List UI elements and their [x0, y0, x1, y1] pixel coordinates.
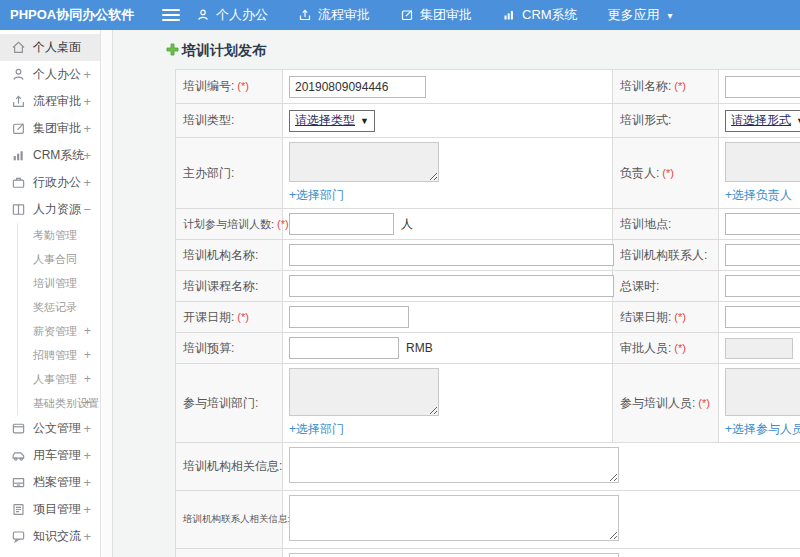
- select-part-dept-link[interactable]: +选择部门: [289, 422, 344, 436]
- leader-textarea[interactable]: [725, 142, 800, 182]
- clipboard-icon: [11, 502, 26, 517]
- planned-count-input[interactable]: [289, 213, 394, 235]
- app-logo: PHPOA协同办公软件: [0, 6, 156, 24]
- unit-person: 人: [401, 216, 413, 233]
- approver-input[interactable]: [725, 338, 793, 359]
- sidebar-item-hr[interactable]: 人力资源 −: [0, 196, 100, 223]
- org-name-label: 培训机构名称:: [176, 240, 283, 271]
- document-icon: [11, 421, 26, 436]
- nav-crm-system[interactable]: CRM系统: [502, 6, 578, 24]
- sidebar-item-personnel-mgmt[interactable]: 人事管理 +: [18, 367, 100, 391]
- page-title: 培训计划发布: [166, 42, 800, 60]
- sidebar-item-personal-office[interactable]: 个人办公 +: [0, 61, 100, 88]
- top-nav: 个人办公 流程审批 集团审批 CRM系统 更多应用 ▾: [196, 6, 673, 24]
- sidebar-item-workflow-approval[interactable]: 流程审批 +: [0, 88, 100, 115]
- sidebar-item-project-mgmt[interactable]: 项目管理 +: [0, 496, 100, 523]
- training-name-label: 培训名称:(*): [613, 70, 719, 104]
- dropdown-arrow-icon: ▼: [360, 116, 369, 126]
- leader-label: 负责人:(*): [613, 138, 719, 209]
- nav-more-apps[interactable]: 更多应用 ▾: [608, 6, 673, 24]
- sidebar-item-desktop[interactable]: 个人桌面: [0, 34, 100, 61]
- training-type-select[interactable]: 请选择类型▼: [289, 110, 375, 132]
- training-type-label: 培训类型:: [176, 104, 283, 138]
- sidebar-item-doc-mgmt[interactable]: 公文管理 +: [0, 415, 100, 442]
- sidebar-item-knowledge[interactable]: 知识交流 +: [0, 523, 100, 550]
- part-dept-textarea[interactable]: [289, 368, 439, 416]
- location-label: 培训地点:: [613, 209, 719, 240]
- chat-icon: [11, 529, 26, 544]
- org-contact-info-textarea[interactable]: [289, 495, 619, 541]
- requirements-label: 培训要求:: [176, 549, 283, 557]
- select-part-people-link[interactable]: +选择参与人员: [725, 422, 800, 436]
- part-people-textarea[interactable]: [725, 368, 800, 416]
- nav-workflow-approval[interactable]: 流程审批: [298, 6, 370, 24]
- start-date-input[interactable]: [289, 306, 409, 328]
- sidebar-scrollbar-gutter[interactable]: [101, 30, 113, 557]
- budget-input[interactable]: [289, 337, 399, 359]
- requirements-textarea[interactable]: [289, 553, 619, 557]
- menu-toggle-icon[interactable]: [162, 6, 180, 24]
- course-name-input[interactable]: [289, 275, 614, 297]
- part-dept-label: 参与培训部门:: [176, 364, 283, 443]
- host-dept-textarea[interactable]: [289, 142, 439, 182]
- sidebar-item-hr-contract[interactable]: 人事合同: [18, 247, 100, 271]
- training-no-input[interactable]: [289, 76, 426, 98]
- org-contact-label: 培训机构联系人:: [613, 240, 719, 271]
- sidebar-item-crm[interactable]: CRM系统 +: [0, 142, 100, 169]
- training-form-label: 培训形式:: [613, 104, 719, 138]
- select-leader-link[interactable]: +选择负责人: [725, 188, 792, 202]
- training-no-label: 培训编号:(*): [176, 70, 283, 104]
- total-hours-label: 总课时:: [613, 271, 719, 302]
- sidebar-item-attendance[interactable]: 考勤管理: [18, 223, 100, 247]
- car-icon: [11, 448, 26, 463]
- org-contact-info-label: 培训机构联系人相关信息:: [176, 491, 283, 549]
- org-info-textarea[interactable]: [289, 447, 619, 483]
- sidebar-item-salary-mgmt[interactable]: 薪资管理 +: [18, 319, 100, 343]
- unit-rmb: RMB: [406, 341, 433, 355]
- top-bar: PHPOA协同办公软件 个人办公 流程审批 集团审批 CRM系统 更多应用 ▾: [0, 0, 800, 30]
- edit-icon: [400, 8, 414, 22]
- course-name-label: 培训课程名称:: [176, 271, 283, 302]
- bar-chart-icon: [502, 8, 516, 22]
- home-icon: [11, 40, 26, 55]
- sidebar-hr-submenu: 考勤管理 人事合同 培训管理 奖惩记录 薪资管理 + 招聘管理 +: [17, 223, 100, 415]
- select-dept-link[interactable]: +选择部门: [289, 188, 344, 202]
- budget-label: 培训预算:: [176, 333, 283, 364]
- sidebar-item-recruit-mgmt[interactable]: 招聘管理 +: [18, 343, 100, 367]
- upload-icon: [298, 8, 312, 22]
- sidebar-item-archive-mgmt[interactable]: 档案管理 +: [0, 469, 100, 496]
- chevron-down-icon: ▾: [668, 10, 673, 21]
- training-name-input[interactable]: [725, 76, 800, 98]
- main-content: 培训计划发布 培训编号:(*) 培训名称:(*) 培训类型: 请选择类型▼ 培训…: [113, 30, 800, 557]
- sidebar-item-base-category[interactable]: 基础类别设置 +: [18, 391, 100, 415]
- bar-chart-icon: [11, 148, 26, 163]
- sidebar-item-training-mgmt[interactable]: 培训管理: [18, 271, 100, 295]
- sidebar-item-reward-record[interactable]: 奖惩记录: [18, 295, 100, 319]
- training-form-select[interactable]: 请选择形式▼: [725, 110, 800, 132]
- org-info-label: 培训机构相关信息:: [176, 443, 283, 491]
- sidebar-item-group-approval[interactable]: 集团审批 +: [0, 115, 100, 142]
- training-plan-form: 培训编号:(*) 培训名称:(*) 培训类型: 请选择类型▼ 培训形式: 请选择…: [175, 69, 800, 557]
- sidebar: 个人桌面 个人办公 + 流程审批 + 集团审批 + CRM系统 + 行政办公 +: [0, 30, 101, 557]
- plus-icon: [166, 43, 179, 59]
- location-input[interactable]: [725, 213, 800, 235]
- nav-group-approval[interactable]: 集团审批: [400, 6, 472, 24]
- briefcase-icon: [11, 175, 26, 190]
- user-icon: [11, 67, 26, 82]
- org-contact-input[interactable]: [725, 244, 800, 266]
- archive-icon: [11, 475, 26, 490]
- approver-label: 审批人员:(*): [613, 333, 719, 364]
- user-icon: [196, 8, 210, 22]
- dropdown-arrow-icon: ▼: [796, 116, 800, 126]
- sidebar-item-vehicle-mgmt[interactable]: 用车管理 +: [0, 442, 100, 469]
- part-people-label: 参与培训人员:(*): [613, 364, 719, 443]
- total-hours-input[interactable]: [725, 275, 800, 297]
- upload-icon: [11, 94, 26, 109]
- org-name-input[interactable]: [289, 244, 614, 266]
- sidebar-item-admin-office[interactable]: 行政办公 +: [0, 169, 100, 196]
- end-date-label: 结课日期:(*): [613, 302, 719, 333]
- edit-icon: [11, 121, 26, 136]
- end-date-input[interactable]: [725, 306, 800, 328]
- host-dept-label: 主办部门:: [176, 138, 283, 209]
- nav-personal-office[interactable]: 个人办公: [196, 6, 268, 24]
